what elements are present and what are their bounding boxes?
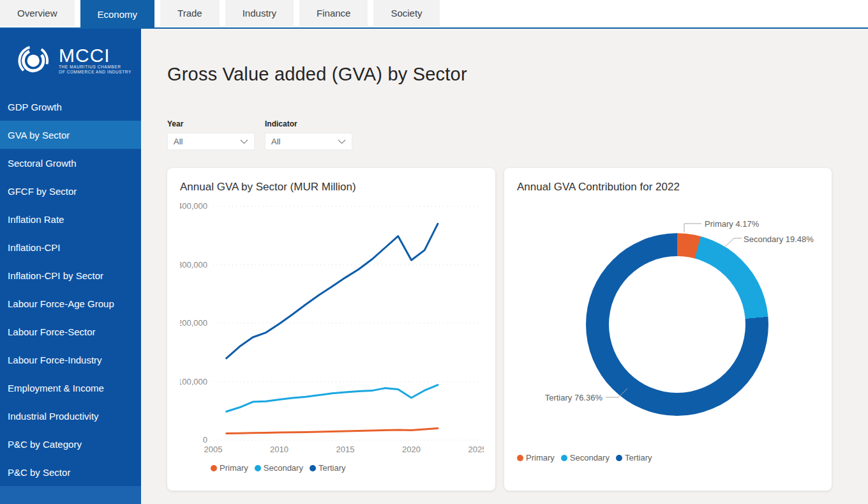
svg-text:2020: 2020: [402, 445, 421, 454]
svg-text:2025: 2025: [468, 445, 484, 454]
tab-industry[interactable]: Industry: [225, 0, 294, 26]
year-filter-dropdown[interactable]: All: [167, 133, 255, 150]
page-title: Gross Value added (GVA) by Sector: [167, 64, 855, 85]
sidebar-item-p-c-by-sector[interactable]: P&C by Sector: [0, 458, 141, 486]
donut-chart-legend-primary[interactable]: Primary: [517, 453, 555, 462]
indicator-filter: Indicator All: [265, 119, 352, 150]
legend-dot-icon: [310, 465, 316, 471]
tab-finance[interactable]: Finance: [299, 0, 368, 26]
sidebar-item-inflation-cpi-by-sector[interactable]: Inflation-CPI by Sector: [0, 261, 141, 289]
sidebar-item-industrial-productivity[interactable]: Industrial Productivity: [0, 402, 141, 430]
svg-text:400,000: 400,000: [180, 201, 207, 211]
year-filter-value: All: [174, 137, 183, 146]
svg-text:0: 0: [203, 435, 207, 445]
sidebar-item-labour-force-sector[interactable]: Labour Force-Sector: [0, 317, 141, 346]
sidebar-item-labour-force-age-group[interactable]: Labour Force-Age Group: [0, 289, 141, 317]
logo-tagline-line2: OF COMMERCE AND INDUSTRY: [59, 70, 131, 75]
mcci-logo: MCCI THE MAURITIUS CHAMBER OF COMMERCE A…: [0, 29, 141, 93]
donut-chart-legend: PrimarySecondaryTertiary: [517, 453, 821, 462]
legend-label: Primary: [526, 453, 555, 462]
sidebar-item-gva-by-sector[interactable]: GVA by Sector: [0, 121, 141, 149]
svg-text:2015: 2015: [336, 445, 355, 454]
sidebar-item-employment-income[interactable]: Employment & Income: [0, 374, 141, 402]
year-filter-label: Year: [167, 119, 255, 128]
logo-tagline-line1: THE MAURITIUS CHAMBER: [59, 65, 131, 70]
legend-dot-icon: [255, 465, 261, 471]
donut-callout-tertiary: Tertiary 76.36%: [531, 393, 602, 402]
donut-hole: [609, 256, 745, 393]
legend-label: Tertiary: [318, 463, 346, 473]
legend-dot-icon: [517, 455, 523, 461]
donut-ring[interactable]: [586, 233, 768, 416]
year-filter: Year All: [167, 119, 255, 150]
gva-donut-chart[interactable]: Primary 4.17% Secondary 19.48% Tertiary …: [517, 196, 821, 447]
svg-text:200,000: 200,000: [180, 318, 207, 328]
sidebar-footer: [0, 486, 141, 504]
filter-row: Year All Indicator All: [167, 119, 855, 150]
line-chart-legend-tertiary[interactable]: Tertiary: [310, 463, 346, 473]
sidebar-nav: GDP GrowthGVA by SectorSectoral GrowthGF…: [0, 93, 141, 486]
indicator-filter-label: Indicator: [265, 119, 352, 128]
tab-economy[interactable]: Economy: [80, 0, 155, 29]
legend-label: Primary: [220, 463, 248, 473]
line-chart-legend: PrimarySecondaryTertiary: [180, 463, 485, 473]
donut-chart-legend-secondary[interactable]: Secondary: [561, 453, 610, 462]
gva-line-chart[interactable]: 0100,000200,000300,000400,00020052010201…: [180, 197, 484, 462]
sidebar-item-p-c-by-category[interactable]: P&C by Category: [0, 430, 141, 458]
indicator-filter-dropdown[interactable]: All: [265, 133, 352, 150]
svg-text:2010: 2010: [270, 445, 288, 454]
legend-dot-icon: [616, 455, 622, 461]
report-tab-bar: OverviewEconomyTradeIndustryFinanceSocie…: [0, 0, 868, 29]
tab-trade[interactable]: Trade: [160, 0, 220, 26]
legend-label: Secondary: [264, 463, 303, 473]
donut-chart-title: Annual GVA Contribution for 2022: [517, 181, 821, 194]
sidebar-item-gdp-growth[interactable]: GDP Growth: [0, 93, 141, 121]
legend-label: Tertiary: [625, 453, 652, 462]
indicator-filter-value: All: [271, 137, 280, 146]
sidebar-item-labour-force-industry[interactable]: Labour Force-Industry: [0, 346, 141, 374]
sidebar: MCCI THE MAURITIUS CHAMBER OF COMMERCE A…: [0, 29, 141, 504]
chevron-down-icon: [240, 139, 248, 144]
tab-overview[interactable]: Overview: [0, 0, 75, 26]
gva-donut-chart-card: Annual GVA Contribution for 2022 Primary…: [504, 168, 832, 491]
donut-chart-legend-tertiary[interactable]: Tertiary: [616, 453, 652, 462]
sidebar-item-gfcf-by-sector[interactable]: GFCF by Sector: [0, 177, 141, 205]
sidebar-item-sectoral-growth[interactable]: Sectoral Growth: [0, 149, 141, 177]
svg-text:100,000: 100,000: [180, 377, 207, 386]
chevron-down-icon: [338, 139, 346, 144]
donut-callout-primary: Primary 4.17%: [705, 219, 759, 229]
line-chart-legend-secondary[interactable]: Secondary: [255, 463, 303, 473]
line-chart-title: Annual GVA by Sector (MUR Million): [180, 181, 485, 194]
svg-text:2005: 2005: [204, 445, 223, 454]
legend-dot-icon: [561, 455, 567, 461]
legend-label: Secondary: [570, 453, 610, 462]
logo-brand: MCCI: [59, 47, 131, 65]
donut-callout-secondary: Secondary 19.48%: [744, 234, 814, 244]
sidebar-item-inflation-rate[interactable]: Inflation Rate: [0, 205, 141, 233]
gva-line-chart-card: Annual GVA by Sector (MUR Million) 0100,…: [167, 168, 495, 491]
line-chart-legend-primary[interactable]: Primary: [211, 463, 248, 473]
mcci-logo-icon: [17, 43, 52, 79]
svg-text:300,000: 300,000: [180, 260, 207, 270]
sidebar-item-inflation-cpi[interactable]: Inflation-CPI: [0, 233, 141, 261]
main-content: Gross Value added (GVA) by Sector Year A…: [141, 29, 868, 504]
tab-society[interactable]: Society: [373, 0, 439, 26]
legend-dot-icon: [211, 465, 217, 471]
